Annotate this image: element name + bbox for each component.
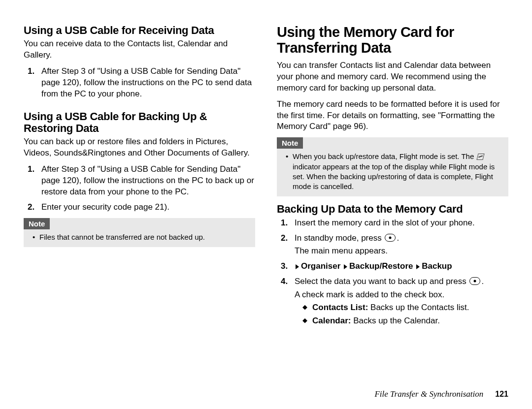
note-text-post: indicator appears at the top of the disp… [293,162,495,191]
page-footer: File Transfer & Synchronisation 121 [24,386,508,399]
step-item: Select the data you want to back up and … [277,276,508,327]
steps-usb-receive: After Step 3 of "Using a USB Cable for S… [24,66,255,100]
option-label: Calendar: [312,316,351,325]
nav-separator-icon [296,264,299,269]
note-list: Files that cannot be transferred are not… [24,232,255,242]
heading-memory-card: Using the Memory Card for Transferring D… [277,25,508,56]
backup-options-list: Contacts List: Backs up the Contacts lis… [295,302,508,327]
option-label: Contacts List: [312,303,368,312]
heading-usb-receive: Using a USB Cable for Receiving Data [24,25,255,36]
center-button-icon [469,277,480,285]
step-item: After Step 3 of "Using a USB Cable for S… [24,66,255,100]
step-text: In standby mode, press [295,233,384,243]
intro-usb-receive: You can receive data to the Contacts lis… [24,38,255,61]
center-button-icon [385,234,396,242]
step-item: In standby mode, press . The main menu a… [277,233,508,257]
note-item: Files that cannot be transferred are not… [39,232,246,242]
step-extra: A check mark is added to the check box. [295,289,508,301]
note-list: When you back up/restore data, Flight mo… [277,152,508,191]
nav-segment: Organiser [301,261,340,271]
step-text: . [481,277,484,286]
intro-memory-card: You can transfer Contacts list and Calen… [277,60,508,94]
step-extra: The main menu appears. [295,246,508,257]
nav-segment: Backup/Restore [349,261,413,271]
step-item: Insert the memory card in the slot of yo… [277,218,508,229]
heading-usb-backup: Using a USB Cable for Backing Up & Resto… [24,111,255,134]
step-text: . [397,233,399,243]
page-number: 121 [495,390,508,399]
footer-section-title: File Transfer & Synchronisation [374,389,483,399]
note-box: Note When you back up/restore data, Flig… [277,137,508,196]
step-text: Select the data you want to back up and … [295,277,468,286]
manual-page: Using a USB Cable for Receiving Data You… [0,0,532,409]
nav-separator-icon [344,264,347,269]
heading-backup-to-card: Backing Up Data to the Memory Card [277,203,508,215]
note-label: Note [277,137,303,149]
left-column: Using a USB Cable for Receiving Data You… [24,25,255,386]
right-column: Using the Memory Card for Transferring D… [277,25,508,386]
backup-option: Contacts List: Backs up the Contacts lis… [312,302,508,314]
intro-usb-backup: You can back up or restore files and fol… [24,136,255,159]
nav-path: Organiser Backup/Restore Backup [295,261,452,271]
step-item: Organiser Backup/Restore Backup [277,261,508,272]
note-box: Note Files that cannot be transferred ar… [24,218,255,247]
option-text: Backs up the Contacts list. [368,303,469,312]
backup-option: Calendar: Backs up the Calendar. [312,315,508,327]
flight-mode-icon [477,153,484,160]
format-memory-card: The memory card needs to be formatted be… [277,99,508,133]
nav-segment: Backup [422,261,452,271]
note-label: Note [24,218,50,229]
step-item: After Step 3 of "Using a USB Cable for S… [24,164,255,198]
note-text-pre: When you back up/restore data, Flight mo… [293,152,476,160]
steps-usb-backup: After Step 3 of "Using a USB Cable for S… [24,164,255,213]
option-text: Backs up the Calendar. [351,316,440,325]
step-item: Enter your security code page 21). [24,202,255,213]
two-column-layout: Using a USB Cable for Receiving Data You… [24,25,508,386]
steps-backup-card: Insert the memory card in the slot of yo… [277,218,508,327]
nav-separator-icon [416,264,420,269]
note-item: When you back up/restore data, Flight mo… [293,152,499,191]
